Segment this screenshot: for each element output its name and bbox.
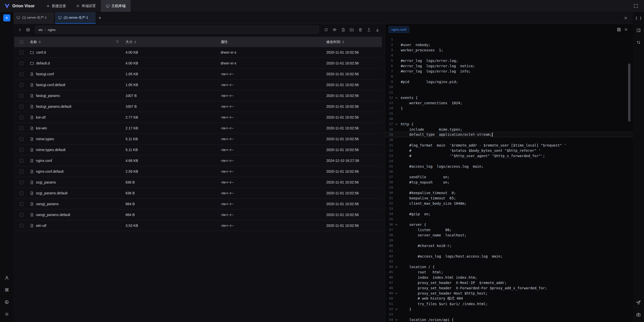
- code-line[interactable]: 31 keepalive_timeout 65;: [385, 195, 633, 201]
- code-line[interactable]: 22 # '$status $body_bytes_sent "$http_re…: [385, 148, 633, 153]
- code-line[interactable]: 30 #keepalive_timeout 0;: [385, 190, 633, 195]
- braces-icon[interactable]: { }: [634, 14, 643, 22]
- file-name[interactable]: nginx.conf: [36, 159, 52, 163]
- user-icon[interactable]: [3, 274, 11, 282]
- panel-layout-icon[interactable]: [634, 26, 643, 34]
- code-line[interactable]: 51 try_files $uri $uri/ /index.html;: [385, 301, 633, 306]
- code-line[interactable]: 52 }: [385, 306, 633, 312]
- code-line[interactable]: 18 include mime.types;: [385, 127, 633, 132]
- file-table-row[interactable]: mime.types.default 5.11 KB -rw-r--r-- 20…: [14, 145, 382, 155]
- circle-logo-icon[interactable]: [3, 298, 11, 306]
- new-file-icon[interactable]: [340, 26, 346, 33]
- nav-item-2[interactable]: 主机终端: [101, 0, 131, 12]
- file-table-row[interactable]: scgi_params.default 636 B -rw-r--r-- 202…: [14, 188, 382, 199]
- file-table-row[interactable]: win-utf 3.53 KB -rw-r--r-- 2020-11-01 10…: [14, 220, 382, 231]
- code-line[interactable]: 39: [385, 238, 633, 243]
- code-line[interactable]: 1: [385, 37, 633, 42]
- row-checkbox[interactable]: [20, 83, 23, 87]
- delete-trash-icon[interactable]: [357, 26, 364, 33]
- code-line[interactable]: 40 #charset koi8-r;: [385, 243, 633, 248]
- code-line[interactable]: 28 #tcp_nopush on;: [385, 180, 633, 185]
- file-name[interactable]: nginx.conf.default: [36, 169, 64, 173]
- code-line[interactable]: 37 listen 80;: [385, 227, 633, 232]
- file-name[interactable]: conf.d: [36, 50, 46, 54]
- file-table-row[interactable]: uwsgi_params 664 B -rw-r--r-- 2020-11-01…: [14, 199, 382, 209]
- row-checkbox[interactable]: [20, 213, 23, 217]
- file-table-row[interactable]: uwsgi_params.default 664 B -rw-r--r-- 20…: [14, 209, 382, 220]
- camera-icon[interactable]: [634, 310, 643, 319]
- file-table-row[interactable]: fastcgi.conf.default 1.05 KB -rw-r--r-- …: [14, 80, 382, 90]
- fold-chevron-icon[interactable]: [395, 265, 398, 269]
- file-table-row[interactable]: fastcgi_params.default 1007 B -rw-r--r--…: [14, 101, 382, 112]
- code-line[interactable]: 11: [385, 90, 633, 95]
- sort-size-icon[interactable]: [134, 41, 136, 44]
- add-tab-button[interactable]: [96, 12, 104, 24]
- row-checkbox[interactable]: [20, 181, 23, 184]
- code-line[interactable]: 7 #error_log logs/error.log info;: [385, 68, 633, 74]
- arrows-up-down-icon[interactable]: [634, 38, 643, 47]
- close-editor-icon[interactable]: [622, 26, 629, 33]
- row-checkbox[interactable]: [20, 148, 23, 152]
- code-line[interactable]: 45 root html;: [385, 269, 633, 275]
- file-table-row[interactable]: mime.types 5.11 KB -rw-r--r-- 2020-11-01…: [14, 134, 382, 145]
- file-table-row[interactable]: conf.d 4.00 KB drwxr-xr-x 2020-11-01 10:…: [14, 47, 382, 58]
- code-line[interactable]: 5 #error_log logs/error.log;: [385, 58, 633, 63]
- select-all-checkbox[interactable]: [20, 40, 23, 44]
- file-name[interactable]: scgi_params.default: [36, 191, 67, 195]
- code-line[interactable]: 14 }: [385, 105, 633, 111]
- code-line[interactable]: 42 #access_log logs/host.access.log main…: [385, 254, 633, 259]
- file-name[interactable]: scgi_params: [36, 180, 56, 184]
- file-name[interactable]: uwsgi_params: [36, 202, 59, 206]
- fold-chevron-icon[interactable]: [395, 122, 398, 126]
- open-file-chip[interactable]: nginx.conf: [389, 26, 409, 33]
- code-line[interactable]: 29: [385, 185, 633, 190]
- code-line[interactable]: 48 proxy_set_header X-Forwarded-For $pro…: [385, 285, 633, 291]
- file-name[interactable]: default.d: [36, 61, 50, 65]
- file-name[interactable]: mime.types: [36, 137, 54, 141]
- fold-chevron-icon[interactable]: [395, 292, 398, 295]
- upload-icon[interactable]: [366, 26, 372, 33]
- fold-chevron-icon[interactable]: [395, 318, 398, 321]
- code-line[interactable]: 24: [385, 158, 633, 164]
- new-folder-icon[interactable]: [348, 26, 355, 33]
- code-line[interactable]: 13 worker_connections 1024;: [385, 100, 633, 105]
- code-line[interactable]: 50 # web history 模式 404: [385, 296, 633, 301]
- terminal-tab-1[interactable]: (2) server-生产-1: [55, 12, 96, 24]
- list-view-icon[interactable]: [25, 26, 31, 33]
- code-line[interactable]: 4: [385, 53, 633, 58]
- row-checkbox[interactable]: [20, 126, 23, 130]
- code-line[interactable]: 34 #gzip on;: [385, 211, 633, 217]
- code-line[interactable]: 54 location /orion/api {: [385, 317, 633, 322]
- sort-mtime-icon[interactable]: [342, 41, 344, 44]
- fold-chevron-icon[interactable]: [395, 307, 398, 311]
- fullscreen-icon[interactable]: [632, 2, 639, 10]
- row-checkbox[interactable]: [20, 51, 23, 54]
- file-name[interactable]: koi-utf: [36, 115, 46, 119]
- code-line[interactable]: 25 #access_log logs/access.log main;: [385, 164, 633, 169]
- file-name[interactable]: koi-win: [36, 126, 47, 130]
- column-size-label[interactable]: 大小: [126, 40, 133, 44]
- code-line[interactable]: 27 sendfile on;: [385, 174, 633, 180]
- row-checkbox[interactable]: [20, 116, 23, 119]
- code-line[interactable]: 41: [385, 248, 633, 254]
- file-name[interactable]: uwsgi_params.default: [36, 213, 70, 217]
- nav-item-1[interactable]: 终端设置: [71, 0, 101, 12]
- refresh-icon[interactable]: [323, 26, 329, 33]
- code-line[interactable]: 20: [385, 137, 633, 142]
- code-line[interactable]: 21 #log_format main '$remote_addr - $rem…: [385, 142, 633, 148]
- back-icon[interactable]: [17, 26, 23, 33]
- row-checkbox[interactable]: [20, 105, 23, 109]
- row-checkbox[interactable]: [20, 61, 23, 65]
- code-line[interactable]: 49 proxy_set_header Host $http_host;: [385, 291, 633, 296]
- code-line[interactable]: 15: [385, 111, 633, 116]
- paper-plane-icon[interactable]: [634, 298, 643, 307]
- code-line[interactable]: 43: [385, 259, 633, 264]
- code-line[interactable]: 46 index index.html index.htm;: [385, 275, 633, 280]
- code-line[interactable]: 32 client_max_body_size 1048m;: [385, 201, 633, 206]
- sort-name-icon[interactable]: [39, 41, 41, 44]
- file-name[interactable]: fastcgi_params: [36, 94, 60, 98]
- row-checkbox[interactable]: [20, 137, 23, 141]
- code-line[interactable]: 2 #user nobody;: [385, 42, 633, 47]
- filter-funnel-icon[interactable]: [116, 40, 119, 44]
- column-mtime-label[interactable]: 修改时间: [326, 40, 340, 44]
